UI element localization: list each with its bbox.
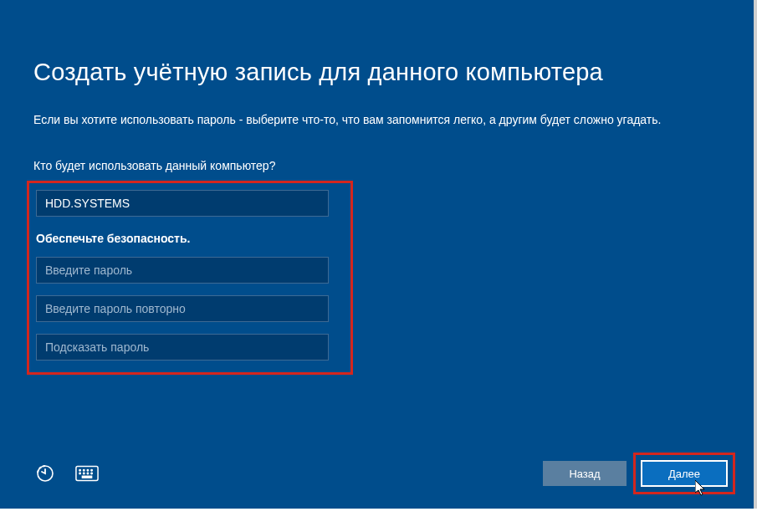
password-input[interactable] — [36, 257, 329, 284]
cursor-icon — [695, 480, 707, 497]
password-hint-input[interactable] — [36, 334, 329, 361]
ease-of-access-icon[interactable] — [33, 462, 57, 485]
svg-point-2 — [79, 470, 80, 471]
password-confirm-input[interactable] — [36, 295, 329, 322]
svg-point-7 — [84, 473, 84, 473]
window-bottom-edge — [0, 509, 757, 532]
svg-rect-10 — [82, 476, 91, 478]
security-section-label: Обеспечьте безопасность. — [36, 232, 344, 245]
username-input[interactable] — [36, 190, 329, 217]
window-right-edge — [754, 0, 757, 509]
accessibility-toolbar — [33, 462, 99, 485]
keyboard-icon[interactable] — [75, 462, 99, 485]
form-highlight: Обеспечьте безопасность. — [27, 181, 353, 375]
svg-point-6 — [79, 473, 80, 473]
svg-point-5 — [91, 470, 92, 471]
svg-point-3 — [84, 470, 84, 471]
svg-point-9 — [91, 473, 92, 473]
next-button-highlight: Далее — [633, 453, 735, 494]
page-title: Создать учётную запись для данного компь… — [33, 59, 724, 86]
back-button[interactable]: Назад — [543, 461, 627, 486]
svg-point-4 — [87, 470, 88, 471]
user-section-label: Кто будет использовать данный компьютер? — [33, 159, 724, 172]
svg-point-8 — [87, 473, 88, 473]
next-button-label: Далее — [668, 468, 700, 480]
page-description: Если вы хотите использовать пароль - выб… — [33, 111, 686, 129]
next-button[interactable]: Далее — [641, 460, 728, 487]
